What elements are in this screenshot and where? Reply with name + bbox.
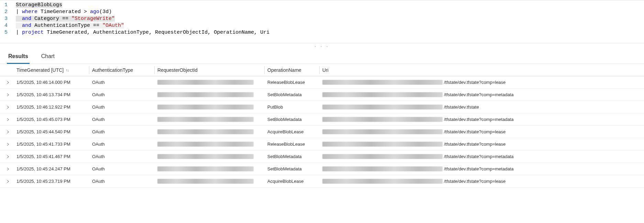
redacted-content xyxy=(157,142,254,147)
cell-requester xyxy=(155,154,265,159)
cell-uri: /tfstate/dev.tfstate xyxy=(320,104,644,110)
redacted-content xyxy=(157,92,254,97)
cell-uri: /tfstate/dev.tfstate?comp=lease xyxy=(320,129,644,134)
cell-auth: OAuth xyxy=(89,80,155,85)
cell-uri: /tfstate/dev.tfstate?comp=metadata xyxy=(320,166,644,171)
token-str: "OAuth" xyxy=(102,23,124,29)
cell-time: 1/5/2025, 10:46:13.734 PM xyxy=(14,92,89,97)
code-content[interactable]: and Category == "StorageWrite" xyxy=(11,15,115,22)
uri-suffix: /tfstate/dev.tfstate?comp=metadata xyxy=(444,117,513,122)
token-op: , xyxy=(87,30,93,35)
uri-suffix: /tfstate/dev.tfstate?comp=lease xyxy=(444,142,506,147)
token-op: | xyxy=(16,9,22,15)
cell-time: 1/5/2025, 10:45:23.719 PM xyxy=(14,179,89,184)
table-row[interactable]: 1/5/2025, 10:46:13.734 PMOAuthSetBlobMet… xyxy=(0,89,644,101)
token-op xyxy=(44,30,47,35)
uri-suffix: /tfstate/dev.tfstate?comp=metadata xyxy=(444,166,513,171)
token-kw: where xyxy=(22,9,37,15)
line-number: 1 xyxy=(0,2,11,9)
token-op: | xyxy=(16,30,22,35)
row-expand-toggle[interactable] xyxy=(0,93,14,96)
code-line[interactable]: 3 and Category == "StorageWrite" xyxy=(0,15,644,22)
line-number: 4 xyxy=(0,22,11,29)
cell-auth: OAuth xyxy=(89,154,155,159)
cell-requester xyxy=(155,166,265,171)
row-expand-toggle[interactable] xyxy=(0,106,14,109)
redacted-content xyxy=(157,104,254,110)
cell-auth: OAuth xyxy=(89,179,155,184)
table-row[interactable]: 1/5/2025, 10:46:14.000 PMOAuthReleaseBlo… xyxy=(0,76,644,89)
row-expand-toggle[interactable] xyxy=(0,118,14,121)
row-expand-toggle[interactable] xyxy=(0,143,14,146)
line-number: 2 xyxy=(0,9,11,15)
code-content[interactable]: | project TimeGenerated, AuthenticationT… xyxy=(11,29,269,36)
token-op: , xyxy=(208,30,214,35)
table-row[interactable]: 1/5/2025, 10:45:24.247 PMOAuthSetBlobMet… xyxy=(0,163,644,175)
column-header-operation[interactable]: OperationName xyxy=(265,66,320,74)
column-header-auth[interactable]: AuthenticationType xyxy=(89,66,155,74)
row-expand-toggle[interactable] xyxy=(0,81,14,84)
table-row[interactable]: 1/5/2025, 10:45:41.733 PMOAuthReleaseBlo… xyxy=(0,138,644,150)
redacted-content xyxy=(322,154,443,159)
redacted-content xyxy=(322,80,443,85)
column-header-uri-label: Uri xyxy=(322,67,329,73)
row-expand-toggle[interactable] xyxy=(0,155,14,158)
pane-splitter[interactable]: · · · xyxy=(0,43,644,50)
cell-time: 1/5/2025, 10:46:12.922 PM xyxy=(14,104,89,110)
redacted-content xyxy=(157,80,254,85)
cell-operation: AcquireBlobLease xyxy=(265,179,320,184)
cell-uri: /tfstate/dev.tfstate?comp=metadata xyxy=(320,117,644,122)
cell-operation: ReleaseBlobLease xyxy=(265,80,320,85)
code-content[interactable]: | where TimeGenerated > ago(3d) xyxy=(11,9,112,15)
redacted-content xyxy=(322,142,443,147)
result-tabs: Results Chart xyxy=(0,50,644,64)
cell-auth: OAuth xyxy=(89,104,155,110)
code-content[interactable]: and AuthenticationType == "OAuth" xyxy=(11,22,124,29)
code-line[interactable]: 2| where TimeGenerated > ago(3d) xyxy=(0,9,644,15)
cell-time: 1/5/2025, 10:45:41.467 PM xyxy=(14,154,89,159)
uri-suffix: /tfstate/dev.tfstate?comp=metadata xyxy=(444,92,513,97)
table-row[interactable]: 1/5/2025, 10:45:23.719 PMOAuthAcquireBlo… xyxy=(0,175,644,188)
token-fn: ago xyxy=(90,9,99,15)
table-row[interactable]: 1/5/2025, 10:45:45.073 PMOAuthSetBlobMet… xyxy=(0,113,644,126)
code-line[interactable]: 4 and AuthenticationType == "OAuth" xyxy=(0,22,644,29)
row-expand-toggle[interactable] xyxy=(0,168,14,170)
cell-operation: SetBlobMetadata xyxy=(265,92,320,97)
token-op xyxy=(31,23,34,29)
column-header-operation-label: OperationName xyxy=(267,67,301,73)
column-header-uri[interactable]: Uri xyxy=(320,67,644,73)
cell-uri: /tfstate/dev.tfstate?comp=lease xyxy=(320,179,644,184)
column-header-time[interactable]: TimeGenerated [UTC] ↑↓ xyxy=(14,66,89,74)
token-ident: Uri xyxy=(260,30,269,35)
table-row[interactable]: 1/5/2025, 10:46:12.922 PMOAuthPutBlob/tf… xyxy=(0,101,644,113)
redacted-content xyxy=(157,117,254,122)
code-line[interactable]: 1StorageBlobLogs xyxy=(0,2,644,9)
cell-operation: SetBlobMetadata xyxy=(265,117,320,122)
cell-auth: OAuth xyxy=(89,166,155,171)
table-header-row: TimeGenerated [UTC] ↑↓ AuthenticationTyp… xyxy=(0,64,644,76)
query-editor[interactable]: 1StorageBlobLogs2| where TimeGenerated >… xyxy=(0,0,644,43)
cell-time: 1/5/2025, 10:46:14.000 PM xyxy=(14,80,89,85)
sort-icon: ↑↓ xyxy=(66,68,69,72)
table-row[interactable]: 1/5/2025, 10:45:44.540 PMOAuthAcquireBlo… xyxy=(0,126,644,138)
cell-auth: OAuth xyxy=(89,129,155,134)
column-header-requester[interactable]: RequesterObjectId xyxy=(155,66,265,74)
token-ident: AuthenticationType xyxy=(34,23,90,29)
token-op: ( xyxy=(99,9,102,15)
token-op: == xyxy=(59,16,71,22)
cell-auth: OAuth xyxy=(89,92,155,97)
code-line[interactable]: 5| project TimeGenerated, Authentication… xyxy=(0,29,644,36)
row-expand-toggle[interactable] xyxy=(0,131,14,133)
redacted-content xyxy=(322,129,443,134)
tab-chart[interactable]: Chart xyxy=(40,51,56,64)
row-expand-toggle[interactable] xyxy=(0,180,14,183)
token-ident: OperationName xyxy=(214,30,254,35)
cell-requester xyxy=(155,179,265,184)
code-content[interactable]: StorageBlobLogs xyxy=(11,2,62,9)
cell-operation: SetBlobMetadata xyxy=(265,154,320,159)
cell-time: 1/5/2025, 10:45:41.733 PM xyxy=(14,142,89,147)
chevron-right-icon xyxy=(5,131,9,133)
table-row[interactable]: 1/5/2025, 10:45:41.467 PMOAuthSetBlobMet… xyxy=(0,150,644,163)
column-header-requester-label: RequesterObjectId xyxy=(157,67,198,73)
tab-results[interactable]: Results xyxy=(7,51,30,64)
